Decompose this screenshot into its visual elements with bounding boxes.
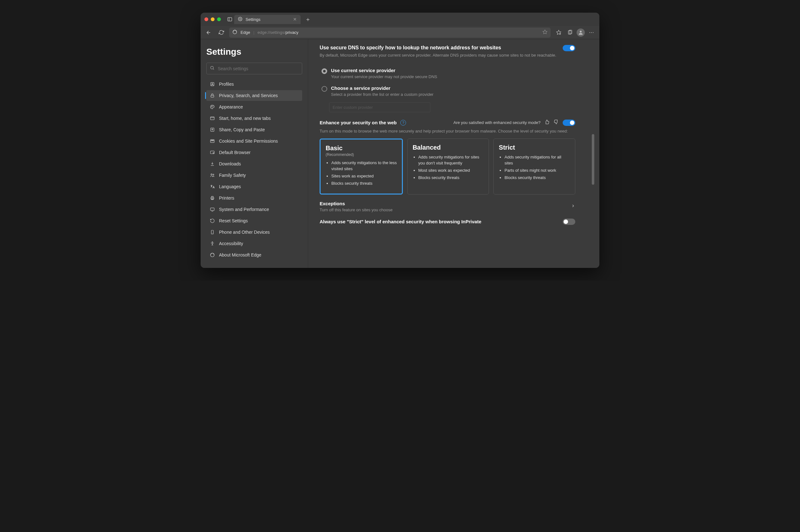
reset-icon [209, 218, 215, 224]
svg-point-37 [210, 253, 214, 257]
phone-icon [209, 229, 215, 235]
new-tab-button[interactable]: ＋ [302, 16, 313, 23]
accessibility-icon [209, 241, 215, 246]
tab-title: Settings [246, 17, 260, 22]
browser-window: Settings ✕ ＋ Edge | edge://settings/priv… [201, 13, 599, 268]
download-icon [209, 161, 215, 167]
profile-avatar[interactable] [577, 28, 585, 37]
settings-heading: Settings [206, 47, 302, 57]
family-icon [209, 172, 215, 178]
help-icon[interactable]: ? [400, 120, 406, 126]
settings-search[interactable] [206, 63, 302, 74]
browser-tab[interactable]: Settings ✕ [234, 15, 301, 24]
edge-logo-icon [232, 30, 237, 35]
titlebar: Settings ✕ ＋ [201, 13, 599, 26]
refresh-button[interactable] [217, 28, 226, 37]
svg-rect-0 [228, 18, 232, 21]
feedback-question: Are you satisfied with enhanced security… [453, 120, 540, 125]
svg-point-28 [213, 174, 214, 175]
share-icon [209, 127, 215, 133]
secure-dns-title: Use secure DNS to specify how to lookup … [320, 45, 557, 51]
settings-sidebar: Settings Profiles Privacy, Search, and S… [201, 39, 308, 268]
thumbs-up-icon[interactable] [544, 119, 550, 126]
main-panel: Use secure DNS to specify how to lookup … [308, 39, 587, 268]
enhance-title: Enhance your security on the web [320, 120, 396, 125]
content-area: Settings Profiles Privacy, Search, and S… [201, 39, 599, 268]
svg-point-11 [211, 66, 213, 69]
svg-point-10 [580, 31, 582, 33]
language-icon [209, 184, 215, 189]
back-button[interactable] [204, 28, 213, 37]
svg-point-16 [211, 107, 211, 107]
sidebar-toggle-icon[interactable] [225, 15, 234, 24]
system-icon [209, 207, 215, 212]
svg-point-17 [212, 106, 212, 106]
gear-icon [238, 17, 242, 22]
favorite-star-icon[interactable] [542, 30, 547, 35]
enhance-security-toggle[interactable] [563, 119, 575, 126]
sidebar-item-default-browser[interactable]: Default Browser [206, 147, 302, 158]
close-tab-button[interactable]: ✕ [293, 17, 297, 22]
sidebar-item-system[interactable]: System and Performance [206, 204, 302, 215]
sidebar-item-downloads[interactable]: Downloads [206, 158, 302, 169]
settings-nav: Profiles Privacy, Search, and Services A… [206, 79, 302, 260]
svg-point-27 [211, 174, 212, 175]
svg-marker-4 [543, 30, 547, 34]
inprivate-strict-row: Always use "Strict" level of enhanced se… [320, 218, 575, 225]
lock-icon [209, 93, 215, 98]
sidebar-item-start[interactable]: Start, home, and new tabs [206, 113, 302, 124]
more-menu-icon[interactable]: ⋯ [587, 28, 596, 37]
address-url: edge://settings/privacy [258, 30, 298, 35]
sidebar-item-profiles[interactable]: Profiles [206, 79, 302, 90]
svg-point-26 [213, 152, 214, 153]
sidebar-item-printers[interactable]: Printers [206, 193, 302, 203]
scrollbar[interactable] [592, 134, 594, 185]
dns-option-current[interactable]: Use current service provider Your curren… [320, 64, 575, 82]
secure-dns-desc: By default, Microsoft Edge uses your cur… [320, 53, 557, 58]
secure-dns-toggle[interactable] [563, 45, 575, 51]
printer-icon [209, 195, 215, 201]
sidebar-item-family[interactable]: Family Safety [206, 170, 302, 180]
svg-rect-32 [210, 208, 214, 210]
sidebar-item-accessibility[interactable]: Accessibility [206, 238, 302, 249]
dns-option-choose[interactable]: Choose a service provider Select a provi… [320, 82, 575, 100]
cookie-icon [209, 138, 215, 144]
svg-rect-30 [211, 196, 213, 197]
maximize-window-button[interactable] [217, 17, 221, 21]
sidebar-item-cookies[interactable]: Cookies and Site Permissions [206, 136, 302, 147]
thumbs-down-icon[interactable] [554, 119, 559, 126]
card-balanced[interactable]: Balanced Adds security mitigations for s… [407, 138, 489, 194]
minimize-window-button[interactable] [211, 17, 215, 21]
browser-icon [209, 150, 215, 155]
radio-selected-icon [321, 68, 327, 74]
exceptions-row[interactable]: Exceptions Turn off this feature on site… [320, 201, 575, 212]
inprivate-strict-toggle[interactable] [563, 218, 575, 225]
palette-icon [209, 104, 215, 110]
sidebar-item-reset[interactable]: Reset Settings [206, 215, 302, 226]
sidebar-item-appearance[interactable]: Appearance [206, 101, 302, 112]
favorites-icon[interactable] [554, 28, 563, 37]
close-window-button[interactable] [204, 17, 208, 21]
sidebar-item-share[interactable]: Share, Copy and Paste [206, 124, 302, 135]
sidebar-item-phone[interactable]: Phone and Other Devices [206, 227, 302, 238]
sidebar-item-privacy[interactable]: Privacy, Search, and Services [206, 90, 302, 101]
security-level-cards: Basic (Recommended) Adds security mitiga… [320, 138, 575, 194]
edge-icon [209, 252, 215, 258]
address-bar[interactable]: Edge | edge://settings/privacy [229, 27, 551, 38]
card-basic[interactable]: Basic (Recommended) Adds security mitiga… [320, 138, 403, 194]
svg-rect-24 [213, 140, 213, 141]
svg-point-36 [212, 242, 213, 243]
window-controls [204, 17, 221, 21]
settings-search-input[interactable] [218, 66, 299, 71]
collections-icon[interactable] [565, 28, 575, 37]
chevron-right-icon [571, 204, 575, 209]
svg-rect-19 [210, 117, 214, 119]
profile-icon [209, 81, 215, 87]
svg-rect-23 [211, 140, 212, 141]
sidebar-item-about[interactable]: About Microsoft Edge [206, 250, 302, 260]
sidebar-item-languages[interactable]: Languages [206, 181, 302, 192]
card-strict[interactable]: Strict Adds security mitigations for all… [494, 138, 575, 194]
radio-unselected-icon [321, 86, 327, 92]
address-brand: Edge [241, 30, 250, 35]
search-icon [210, 65, 215, 72]
